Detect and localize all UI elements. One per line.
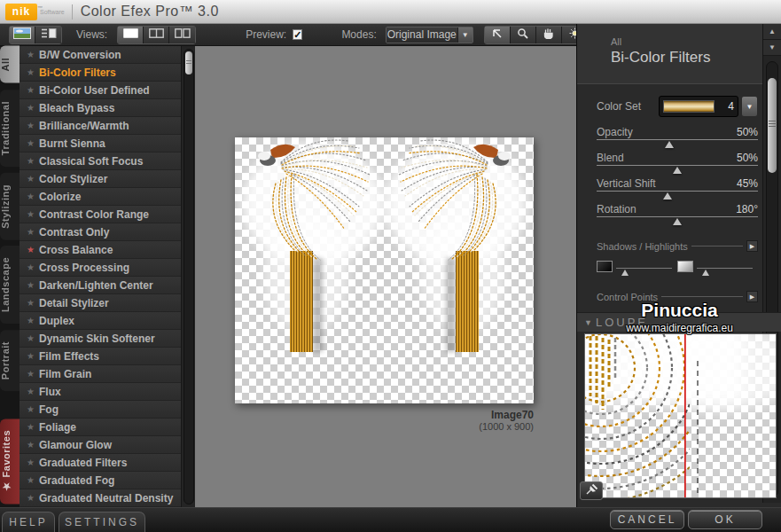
side-tab-landscape[interactable]: Landscape: [0, 246, 20, 324]
filter-item-darken-lighten-center[interactable]: ★ Darken/Lighten Center: [20, 277, 181, 294]
color-set-picker[interactable]: 4: [659, 96, 738, 117]
pin-button[interactable]: [580, 481, 603, 500]
filter-item-b-w-conversion[interactable]: ★ B/W Conversion: [20, 46, 181, 64]
side-tab-stylizing[interactable]: Stylizing: [0, 173, 20, 240]
favorite-star-icon[interactable]: ★: [27, 103, 39, 113]
highlight-slider-thumb[interactable]: [702, 270, 709, 276]
filter-item-detail-stylizer[interactable]: ★ Detail Stylizer: [20, 294, 181, 312]
filter-item-colorize[interactable]: ★ Colorize: [20, 188, 181, 206]
filter-item-cross-balance[interactable]: ★ Cross Balance: [20, 241, 181, 259]
filter-item-bi-color-user-defined[interactable]: ★ Bi-Color User Defined: [20, 82, 181, 99]
favorite-star-icon[interactable]: ★: [27, 245, 39, 254]
expand-right-icon[interactable]: ▶: [746, 240, 758, 252]
favorite-star-icon[interactable]: ★: [27, 404, 39, 414]
filter-item-contrast-color-range[interactable]: ★ Contrast Color Range: [20, 206, 181, 223]
control-points-section: Control Points ▶: [597, 291, 758, 302]
select-arrow-button[interactable]: [485, 27, 511, 43]
side-tab-portrait[interactable]: Portrait: [0, 330, 20, 391]
favorite-star-icon[interactable]: ★: [27, 298, 39, 308]
favorite-star-icon[interactable]: ★: [27, 156, 39, 166]
filter-item-dynamic-skin-softener[interactable]: ★ Dynamic Skin Softener: [20, 330, 181, 348]
settings-button[interactable]: SETTINGS: [59, 512, 145, 532]
filter-item-contrast-only[interactable]: ★ Contrast Only: [20, 223, 181, 241]
filter-item-flux[interactable]: ★ Flux: [20, 383, 181, 401]
pan-hand-button[interactable]: [536, 27, 562, 43]
favorite-star-icon[interactable]: ★: [27, 85, 39, 95]
filter-item-burnt-sienna[interactable]: ★ Burnt Sienna: [20, 135, 181, 153]
scroll-up-icon[interactable]: ▲: [763, 24, 781, 40]
modes-dropdown[interactable]: Original Image ▼: [386, 27, 473, 43]
slider-thumb[interactable]: [673, 218, 682, 225]
favorite-star-icon[interactable]: ★: [27, 262, 39, 272]
favorite-star-icon[interactable]: ★: [27, 138, 39, 148]
color-set-dropdown-icon[interactable]: ▼: [741, 96, 758, 117]
filter-item-film-effects[interactable]: ★ Film Effects: [20, 348, 181, 365]
filter-item-color-stylizer[interactable]: ★ Color Stylizer: [20, 170, 181, 188]
cancel-button[interactable]: CANCEL: [610, 510, 684, 529]
filter-item-graduated-fog[interactable]: ★ Graduated Fog: [20, 472, 181, 489]
side-tab-favorites[interactable]: ★ Favorites: [0, 419, 20, 504]
collapse-down-icon[interactable]: ▼: [584, 318, 592, 327]
favorite-star-icon[interactable]: ★: [27, 458, 39, 467]
favorite-star-icon[interactable]: ★: [27, 493, 39, 503]
filter-item-fog[interactable]: ★ Fog: [20, 401, 181, 419]
shadow-slider-thumb[interactable]: [621, 270, 629, 276]
filter-item-graduated-filters[interactable]: ★ Graduated Filters: [20, 454, 181, 472]
favorite-star-icon[interactable]: ★: [27, 280, 39, 290]
panel-header: All Bi-Color Filters: [577, 24, 781, 84]
preview-image[interactable]: [235, 137, 534, 403]
favorite-star-icon[interactable]: ★: [27, 50, 39, 59]
modes-dropdown-value: Original Image: [387, 27, 457, 43]
favorite-star-icon[interactable]: ★: [27, 369, 39, 379]
filter-item-foliage[interactable]: ★ Foliage: [20, 419, 181, 436]
scroll-down-icon[interactable]: ▼: [763, 40, 781, 56]
filter-item-bi-color-filters[interactable]: ★ Bi-Color Filters: [20, 64, 181, 82]
filter-item-duplex[interactable]: ★ Duplex: [20, 312, 181, 330]
favorite-star-icon[interactable]: ★: [27, 333, 39, 343]
expand-right-icon[interactable]: ▶: [746, 291, 758, 302]
image-preview-button[interactable]: [10, 27, 35, 43]
loupe-viewport[interactable]: [584, 333, 777, 498]
view-side-by-side-icon: [175, 28, 191, 41]
favorite-star-icon[interactable]: ★: [27, 422, 39, 432]
ok-button[interactable]: OK: [688, 510, 762, 529]
favorite-star-icon[interactable]: ★: [27, 174, 39, 184]
slider-thumb[interactable]: [665, 141, 674, 148]
filter-item-classical-soft-focus[interactable]: ★ Classical Soft Focus: [20, 153, 181, 170]
help-button[interactable]: HELP: [2, 512, 55, 532]
filter-item-film-grain[interactable]: ★ Film Grain: [20, 365, 181, 383]
shadow-swatch[interactable]: [597, 261, 613, 272]
filter-list-scroll-track[interactable]: [184, 49, 194, 505]
filter-item-brilliance-warmth[interactable]: ★ Brilliance/Warmth: [20, 117, 181, 135]
slider-thumb[interactable]: [663, 192, 672, 200]
filter-item-bleach-bypass[interactable]: ★ Bleach Bypass: [20, 99, 181, 117]
side-tab-traditional[interactable]: Traditional: [0, 90, 20, 167]
views-label: Views:: [76, 28, 107, 41]
favorite-star-icon[interactable]: ★: [27, 387, 39, 396]
favorite-star-icon[interactable]: ★: [27, 351, 39, 361]
filter-list-scroll-thumb[interactable]: [185, 51, 192, 74]
pin-icon: [584, 483, 598, 499]
favorite-star-icon[interactable]: ★: [27, 192, 39, 201]
view-single-button[interactable]: [118, 27, 144, 43]
filter-item-cross-processing[interactable]: ★ Cross Processing: [20, 259, 181, 277]
color-set-row: Color Set 4 ▼: [597, 95, 758, 118]
list-view-button[interactable]: [35, 27, 61, 43]
filter-item-glamour-glow[interactable]: ★ Glamour Glow: [20, 436, 181, 454]
view-split-button[interactable]: [144, 27, 169, 43]
favorite-star-icon[interactable]: ★: [27, 209, 39, 219]
favorite-star-icon[interactable]: ★: [27, 316, 39, 325]
favorite-star-icon[interactable]: ★: [27, 440, 39, 450]
slider-thumb[interactable]: [673, 167, 682, 174]
favorite-star-icon[interactable]: ★: [27, 475, 39, 485]
favorite-star-icon[interactable]: ★: [27, 67, 39, 77]
preview-checkbox[interactable]: ✓: [293, 29, 302, 40]
side-tab-all[interactable]: All: [0, 46, 20, 83]
filter-item-graduated-neutral-density[interactable]: ★ Graduated Neutral Density: [20, 489, 181, 507]
favorite-star-icon[interactable]: ★: [27, 121, 39, 130]
panel-scroll-thumb[interactable]: [768, 78, 777, 173]
view-side-by-side-button[interactable]: [169, 27, 195, 43]
favorite-star-icon[interactable]: ★: [27, 227, 39, 237]
zoom-button[interactable]: [511, 27, 536, 43]
highlight-swatch[interactable]: [677, 261, 693, 272]
